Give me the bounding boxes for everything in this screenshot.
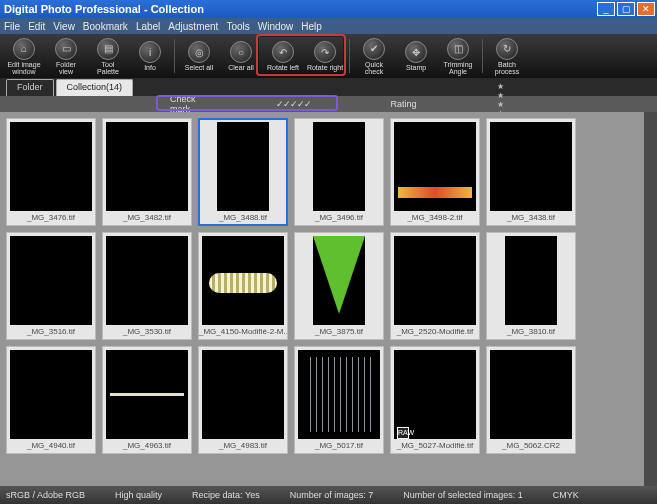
info-button[interactable]: iInfo [130,36,170,76]
thumbnail-image [394,122,476,211]
menu-tools[interactable]: Tools [226,21,249,32]
menu-help[interactable]: Help [301,21,322,32]
quick-check-label: Quick check [365,61,383,75]
quick-check-icon: ✔ [363,38,385,60]
thumbnail[interactable]: _MG_3488.tif [198,118,288,226]
status-selected: Number of selected images: 1 [403,490,523,500]
edit-image-window-button[interactable]: ⌂Edit image window [4,36,44,76]
window-title: Digital Photo Professional - Collection [2,3,595,15]
thumbnail[interactable]: _MG_3476.tif [6,118,96,226]
thumbnail-caption: _MG_4150-Modifié-2-M... [199,325,287,339]
tool-palette-button[interactable]: ▤Tool Palette [88,36,128,76]
thumbnail[interactable]: _MG_4983.tif [198,346,288,454]
menu-bookmark[interactable]: Bookmark [83,21,128,32]
menu-window[interactable]: Window [258,21,294,32]
tab-collection[interactable]: Collection(14) [56,79,134,96]
menu-label[interactable]: Label [136,21,160,32]
menu-adjustment[interactable]: Adjustment [168,21,218,32]
thumbnail-image [313,122,365,211]
raw-badge-icon: RAW [397,427,409,439]
thumbnail-caption: _MG_3530.tif [103,325,191,339]
status-quality: High quality [115,490,162,500]
thumbnail-caption: _MG_3496.tif [295,211,383,225]
batch-process-label: Batch process [495,61,520,75]
trimming-angle-button[interactable]: ◫Trimming Angle [438,36,478,76]
menu-view[interactable]: View [53,21,75,32]
trimming-angle-label: Trimming Angle [444,61,473,75]
content-area: _MG_3476.tif_MG_3482.tif_MG_3488.tif_MG_… [0,112,657,486]
rating-label: Rating [391,99,417,109]
thumbnail-caption: _MG_2520-Modifié.tif [391,325,479,339]
thumbnail[interactable]: _MG_3530.tif [102,232,192,340]
thumbnail-image [10,350,92,439]
status-mode: CMYK [553,490,579,500]
titlebar: Digital Photo Professional - Collection … [0,0,657,18]
tab-folder[interactable]: Folder [6,79,54,96]
thumbnail[interactable]: _MG_3810.tif [486,232,576,340]
status-recipe: Recipe data: Yes [192,490,260,500]
batch-process-button[interactable]: ↻Batch process [487,36,527,76]
trimming-angle-icon: ◫ [447,38,469,60]
edit-image-window-label: Edit image window [7,61,40,75]
filter-bar: Check mark ✓✓✓✓✓ Rating ★ ★ ★ ★ ★ [0,96,657,112]
status-colorspace: sRGB / Adobe RGB [6,490,85,500]
toolbar-separator [482,39,483,73]
quick-check-button[interactable]: ✔Quick check [354,36,394,76]
thumbnail[interactable]: _MG_4940.tif [6,346,96,454]
close-button[interactable]: ✕ [637,2,655,16]
select-all-icon: ◎ [188,41,210,63]
scrollbar-vertical[interactable] [644,112,657,486]
thumbnail-caption: _MG_4983.tif [199,439,287,453]
thumbnail-caption: _MG_5017.tif [295,439,383,453]
thumbnail-gallery: _MG_3476.tif_MG_3482.tif_MG_3488.tif_MG_… [0,112,644,486]
select-all-button[interactable]: ◎Select all [179,36,219,76]
thumbnail[interactable]: _MG_3516.tif [6,232,96,340]
thumbnail-caption: _MG_3482.tif [103,211,191,225]
thumbnail-caption: _MG_3498-2.tif [391,211,479,225]
clear-all-label: Clear all [228,64,254,71]
thumbnail-image [394,350,476,439]
thumbnail-image [490,350,572,439]
status-bar: sRGB / Adobe RGB High quality Recipe dat… [0,486,657,504]
status-count: Number of images: 7 [290,490,374,500]
clear-all-button[interactable]: ○Clear all [221,36,261,76]
thumbnail-caption: _MG_3810.tif [487,325,575,339]
thumbnail-image [202,350,284,439]
thumbnail-image [490,122,572,211]
thumbnail[interactable]: _MG_3875.tif [294,232,384,340]
folder-view-label: Folder view [56,61,76,75]
menu-edit[interactable]: Edit [28,21,45,32]
thumbnail-caption: _MG_3438.tif [487,211,575,225]
stamp-label: Stamp [406,64,426,71]
thumbnail-caption: _MG_5062.CR2 [487,439,575,453]
stamp-icon: ✥ [405,41,427,63]
toolbar-separator [349,39,350,73]
thumbnail[interactable]: _MG_3482.tif [102,118,192,226]
thumbnail[interactable]: _MG_5062.CR2 [486,346,576,454]
thumbnail[interactable]: _MG_4963.tif [102,346,192,454]
thumbnail[interactable]: _MG_2520-Modifié.tif [390,232,480,340]
thumbnail-caption: _MG_3516.tif [7,325,95,339]
thumbnail-image [217,122,269,211]
highlight-red [256,34,346,76]
thumbnail[interactable]: _MG_5027-Modifié.tifRAW [390,346,480,454]
thumbnail[interactable]: _MG_3496.tif [294,118,384,226]
folder-view-icon: ▭ [55,38,77,60]
folder-view-button[interactable]: ▭Folder view [46,36,86,76]
maximize-button[interactable]: ▢ [617,2,635,16]
thumbnail[interactable]: _MG_5017.tif [294,346,384,454]
thumbnail-image [505,236,557,325]
thumbnail[interactable]: _MG_3498-2.tif [390,118,480,226]
menu-file[interactable]: File [4,21,20,32]
thumbnail-image [106,350,188,439]
thumbnail-image [106,122,188,211]
thumbnail-image [10,122,92,211]
thumbnail-image [394,236,476,325]
edit-image-window-icon: ⌂ [13,38,35,60]
stamp-button[interactable]: ✥Stamp [396,36,436,76]
tab-strip: Folder Collection(14) [0,78,657,96]
minimize-button[interactable]: _ [597,2,615,16]
thumbnail[interactable]: _MG_4150-Modifié-2-M... [198,232,288,340]
thumbnail[interactable]: _MG_3438.tif [486,118,576,226]
clear-all-icon: ○ [230,41,252,63]
